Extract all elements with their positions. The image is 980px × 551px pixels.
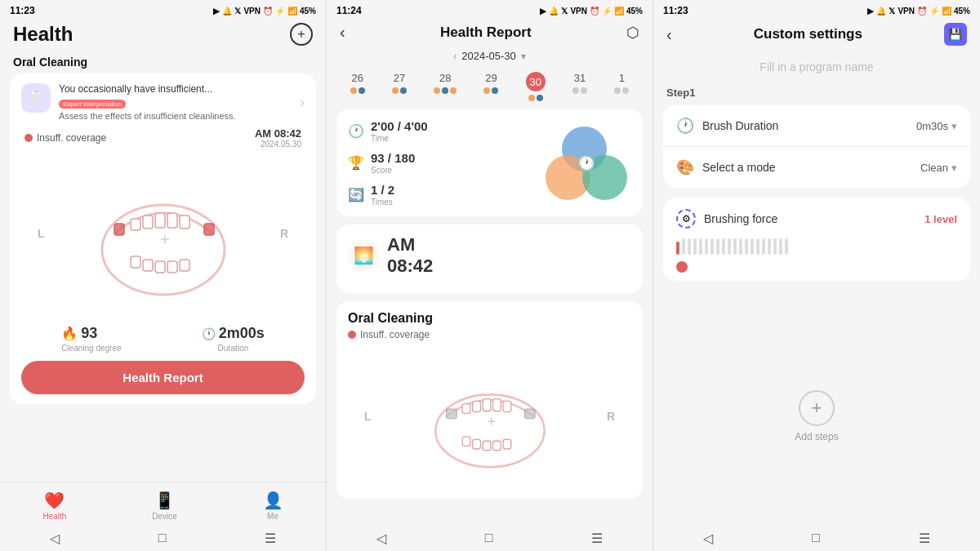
- time-1: 11:23: [10, 5, 35, 16]
- brushing-force-section: ⚙ Brushing force 1 level: [663, 198, 970, 281]
- oral-coverage-2: Insuff. coverage: [348, 329, 631, 340]
- share-button[interactable]: ⬡: [626, 24, 639, 42]
- youtube-icon-2: ▶: [540, 7, 546, 16]
- health-nav-label: Health: [42, 512, 66, 521]
- bf-left: ⚙ Brushing force: [676, 209, 777, 229]
- status-bar-3: 11:23 ▶ 🔔 𝕏 VPN ⏰ ⚡ 📶 45%: [653, 0, 980, 20]
- home-phone-btn-3[interactable]: □: [812, 531, 820, 546]
- svg-rect-2: [143, 216, 153, 229]
- cal-num-29: 29: [485, 72, 497, 84]
- brushing-force-slider[interactable]: [676, 238, 957, 255]
- dot-o-3: [434, 87, 440, 94]
- nav-me[interactable]: 👤 Me: [250, 489, 296, 522]
- slider-line-1: [676, 242, 679, 255]
- duration-label-1: Duration: [202, 344, 265, 353]
- page-title-health: Health: [13, 23, 73, 46]
- slider-line-15: [756, 238, 760, 255]
- slider-line-18: [773, 238, 777, 255]
- chevron-right-icon[interactable]: ›: [300, 94, 305, 111]
- twitter-icon-3: 𝕏: [889, 7, 895, 16]
- page-title-settings: Custom settings: [754, 26, 862, 42]
- dot-orange-icon: [350, 87, 357, 94]
- menu-phone-btn-1[interactable]: ☰: [265, 531, 276, 546]
- dot-o-4: [450, 87, 457, 94]
- session-time-display: AM08:42: [387, 234, 433, 277]
- home-phone-btn-1[interactable]: □: [158, 531, 167, 546]
- svg-rect-16: [462, 404, 470, 414]
- health-report-button[interactable]: Health Report: [21, 361, 305, 394]
- slider-line-6: [705, 238, 708, 255]
- cal-day-27[interactable]: 27: [392, 72, 407, 101]
- cal-day-1[interactable]: 1: [614, 72, 629, 101]
- oral-title-2: Oral Cleaning: [348, 311, 631, 326]
- settings-card: 🕐 Brush Duration 0m30s ▾ 🎨 Select a mode…: [663, 105, 970, 188]
- mode-right: Clean ▾: [920, 162, 957, 174]
- cal-dots-28: [434, 87, 457, 94]
- cal-dots-31: [572, 87, 587, 94]
- cal-day-29[interactable]: 29: [483, 72, 498, 101]
- home-phone-btn-2[interactable]: □: [485, 531, 493, 546]
- back-phone-btn-2[interactable]: ◁: [376, 531, 386, 546]
- alert-text: You occasionally have insufficient... Ex…: [59, 83, 292, 121]
- stat-duration-1: 🕐 2m00s Duration: [202, 325, 265, 353]
- dot-g-7: [572, 87, 579, 94]
- status-icons-2: ▶ 🔔 𝕏 VPN ⏰ ⚡ 📶 45%: [540, 7, 643, 16]
- alarm-icon-3: ⏰: [917, 7, 927, 16]
- program-name-input[interactable]: Fill in a program name: [653, 54, 980, 87]
- back-button-2[interactable]: ‹: [340, 23, 345, 42]
- add-steps-label: Add steps: [795, 431, 838, 442]
- coverage-dot-2: [348, 331, 356, 339]
- back-phone-btn-1[interactable]: ◁: [50, 531, 60, 546]
- slider-line-11: [733, 238, 737, 255]
- session-time-1: AM 08:42: [255, 127, 301, 140]
- p2-header: ‹ Health Report ⬡: [327, 20, 653, 48]
- svg-rect-12: [180, 260, 189, 271]
- nav-device[interactable]: 📱 Device: [139, 489, 190, 522]
- dot-b-3: [442, 87, 448, 94]
- cal-day-31[interactable]: 31: [572, 72, 587, 101]
- add-button[interactable]: +: [290, 23, 313, 46]
- slider-line-13: [745, 238, 748, 255]
- coverage-label: Insuff. coverage: [37, 132, 106, 144]
- brushing-force-label: Brushing force: [704, 212, 777, 225]
- date-chevron-down-icon[interactable]: ▾: [521, 51, 526, 62]
- mode-row[interactable]: 🎨 Select a mode Clean ▾: [663, 147, 970, 188]
- date-chevron-left-icon[interactable]: ‹: [453, 51, 457, 62]
- cal-dots-27: [392, 87, 407, 94]
- dot-o-5: [483, 87, 490, 94]
- slider-thumb[interactable]: [676, 261, 688, 273]
- back-button-3[interactable]: ‹: [666, 25, 672, 44]
- avatar-icon: 🦷: [21, 83, 51, 113]
- alarm-icon: ⏰: [263, 7, 273, 16]
- cal-day-26[interactable]: 26: [350, 72, 365, 101]
- twitter-icon: 𝕏: [234, 7, 241, 16]
- brushing-force-level: 1 level: [924, 213, 957, 225]
- save-icon-button[interactable]: 💾: [944, 23, 967, 46]
- slider-lines: [676, 238, 957, 255]
- svg-rect-24: [472, 439, 480, 449]
- step-label: Step1: [653, 87, 980, 105]
- brush-duration-row[interactable]: 🕐 Brush Duration 0m30s ▾: [663, 105, 970, 147]
- notification-icon-3: 🔔: [876, 7, 886, 16]
- menu-phone-btn-2[interactable]: ☰: [591, 531, 603, 546]
- slider-line-17: [768, 238, 771, 255]
- chevron-down-icon-1: ▾: [951, 120, 957, 132]
- nav-health[interactable]: ❤️ Health: [29, 489, 79, 522]
- metrics-venn: 🕐: [541, 119, 631, 207]
- menu-phone-btn-3[interactable]: ☰: [919, 531, 930, 546]
- back-phone-btn-3[interactable]: ◁: [703, 531, 713, 546]
- add-steps-button[interactable]: +: [799, 390, 835, 426]
- coverage-indicator: Insuff. coverage: [24, 132, 106, 144]
- date-selector[interactable]: ‹ 2024-05-30 ▾: [327, 48, 653, 69]
- device-nav-label: Device: [152, 512, 177, 521]
- time-sub: Time: [371, 134, 428, 143]
- vpn-icon-2: VPN: [570, 7, 587, 16]
- bluetooth-icon: ⚡: [275, 7, 285, 16]
- cal-day-28[interactable]: 28: [434, 72, 457, 101]
- cal-day-30[interactable]: 30: [526, 72, 546, 101]
- me-nav-icon: 👤: [263, 491, 283, 510]
- left-label-1: L: [38, 227, 45, 240]
- slider-line-9: [722, 238, 725, 255]
- cal-num-28: 28: [439, 72, 451, 84]
- svg-rect-27: [503, 439, 511, 449]
